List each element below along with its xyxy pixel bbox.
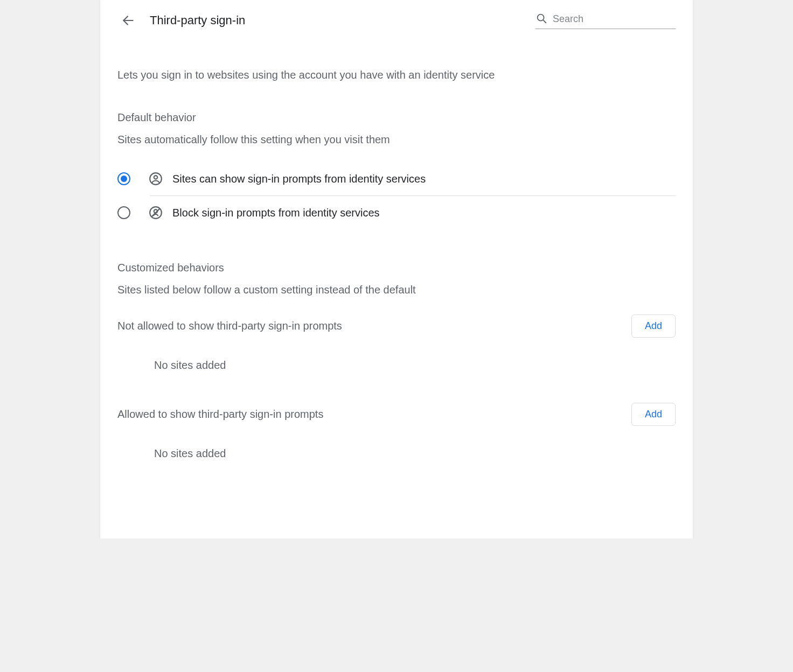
- svg-line-2: [543, 20, 546, 23]
- header: Third-party sign-in: [100, 0, 693, 40]
- not-allowed-empty-text: No sites added: [154, 351, 676, 384]
- search-field[interactable]: [535, 12, 676, 29]
- default-behavior-section: Default behavior Sites automatically fol…: [117, 111, 676, 229]
- block-icon: [149, 206, 163, 220]
- intro-text: Lets you sign in to websites using the a…: [117, 69, 676, 81]
- customized-behaviors-description: Sites listed below follow a custom setti…: [117, 284, 676, 296]
- add-not-allowed-button[interactable]: Add: [631, 314, 676, 338]
- not-allowed-subsection: Not allowed to show third-party sign-in …: [117, 314, 676, 384]
- allowed-header-row: Allowed to show third-party sign-in prom…: [117, 403, 676, 426]
- settings-panel: Third-party sign-in Lets you sign in to …: [100, 0, 693, 538]
- content: Lets you sign in to websites using the a…: [100, 69, 693, 473]
- add-allowed-button[interactable]: Add: [631, 403, 676, 426]
- person-circle-icon: [149, 172, 163, 186]
- radio-block-prompts[interactable]: Block sign-in prompts from identity serv…: [117, 196, 676, 229]
- default-behavior-radio-group: Sites can show sign-in prompts from iden…: [117, 162, 676, 229]
- allowed-empty-text: No sites added: [154, 439, 676, 473]
- radio-allow-prompts[interactable]: Sites can show sign-in prompts from iden…: [117, 162, 676, 195]
- default-behavior-description: Sites automatically follow this setting …: [117, 134, 676, 146]
- customized-behaviors-title: Customized behaviors: [117, 262, 676, 274]
- not-allowed-label: Not allowed to show third-party sign-in …: [117, 320, 342, 332]
- search-icon: [535, 12, 547, 26]
- allowed-label: Allowed to show third-party sign-in prom…: [117, 408, 323, 421]
- arrow-back-icon: [121, 13, 135, 27]
- radio-button-selected: [117, 172, 130, 185]
- allowed-subsection: Allowed to show third-party sign-in prom…: [117, 403, 676, 473]
- not-allowed-header-row: Not allowed to show third-party sign-in …: [117, 314, 676, 338]
- svg-point-4: [154, 176, 158, 179]
- search-input[interactable]: [553, 13, 676, 25]
- radio-button-unselected: [117, 206, 130, 219]
- page-title: Third-party sign-in: [150, 13, 535, 27]
- default-behavior-title: Default behavior: [117, 111, 676, 124]
- radio-inner-dot: [121, 176, 127, 182]
- radio-allow-label: Sites can show sign-in prompts from iden…: [172, 173, 426, 185]
- back-button[interactable]: [117, 10, 139, 31]
- customized-behaviors-section: Customized behaviors Sites listed below …: [117, 262, 676, 473]
- radio-block-label: Block sign-in prompts from identity serv…: [172, 207, 380, 219]
